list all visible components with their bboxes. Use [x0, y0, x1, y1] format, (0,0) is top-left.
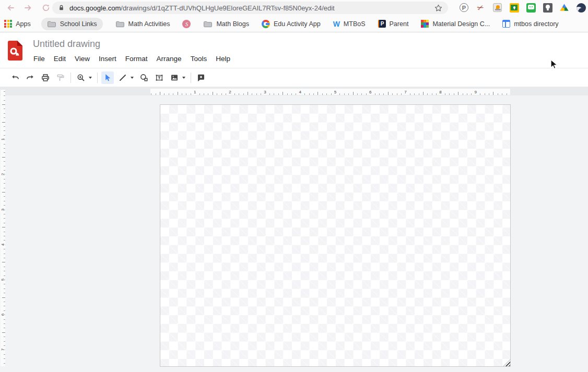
bookmark-label: Math Activities — [128, 20, 170, 28]
extensions-row: P ✂ — [459, 3, 586, 13]
scissors-extension-icon[interactable]: ✂ — [476, 3, 486, 13]
canvas-resize-handle[interactable] — [503, 359, 510, 366]
screen: docs.google.com/drawings/d/1qZTT-dUVhQLH… — [0, 0, 588, 372]
text-box-icon — [154, 73, 164, 83]
ruler-number: 1 — [1, 136, 5, 142]
url-path: /drawings/d/1qZTT-dUVhQLHgUe9EloreGEAIL7… — [121, 4, 334, 12]
bookmark-mtbos[interactable]: W MTBoS — [333, 20, 366, 28]
editor-area: 123456789 1234567 — [0, 87, 588, 372]
menu-help[interactable]: Help — [215, 54, 231, 64]
bookmark-mtbos-directory[interactable]: mtbos directory — [502, 20, 558, 28]
ruler-number: 7 — [1, 346, 5, 353]
menu-file[interactable]: File — [33, 54, 45, 64]
apps-grid-icon — [4, 20, 12, 28]
ruler-number: 8 — [438, 89, 442, 95]
toolbar-separator — [191, 73, 191, 83]
forward-button[interactable] — [21, 1, 36, 15]
line-tool-button[interactable] — [116, 71, 129, 84]
menu-edit[interactable]: Edit — [53, 54, 66, 64]
ruler-number: 4 — [298, 89, 302, 95]
chat-sticker-extension-icon[interactable] — [526, 3, 536, 13]
toolbar-separator — [70, 73, 71, 83]
add-comment-icon — [196, 73, 206, 83]
menu-tools[interactable]: Tools — [190, 54, 208, 64]
google-g-icon — [262, 20, 270, 28]
drive-extension-icon[interactable] — [559, 3, 569, 13]
menu-view[interactable]: View — [74, 54, 90, 64]
document-title[interactable]: Untitled drawing — [33, 39, 100, 50]
print-icon — [40, 73, 51, 83]
parent-favicon-icon: P — [378, 20, 386, 28]
palette-icon — [421, 20, 429, 28]
print-button[interactable] — [39, 71, 52, 84]
paint-format-button[interactable] — [54, 71, 67, 84]
line-icon — [117, 73, 128, 83]
shape-icon — [139, 73, 149, 83]
menu-arrange[interactable]: Arrange — [156, 54, 182, 64]
undo-icon — [10, 73, 20, 83]
add-comment-button[interactable] — [195, 71, 207, 84]
drawing-canvas[interactable] — [160, 104, 511, 367]
bookmark-edu-activity-app[interactable]: Edu Activity App — [262, 20, 321, 28]
ruler-number: 1 — [193, 89, 197, 95]
bookmark-label: School Links — [60, 20, 97, 28]
image-icon — [169, 73, 180, 83]
bookmark-folder-math-activities[interactable]: Math Activities — [115, 20, 170, 28]
paint-roller-icon — [55, 73, 66, 83]
classroom-extension-icon[interactable] — [509, 3, 519, 13]
menu-insert[interactable]: Insert — [98, 54, 117, 64]
bookmark-apps[interactable]: Apps — [4, 20, 31, 28]
reload-button[interactable] — [39, 1, 53, 15]
ruler-number: 5 — [1, 277, 5, 283]
toolbar-separator — [97, 73, 98, 83]
bell-tray-extension-icon[interactable] — [492, 3, 502, 13]
folder-icon — [203, 20, 213, 28]
zoom-button[interactable] — [75, 71, 87, 84]
undo-button[interactable] — [9, 71, 21, 84]
ruler-number: 6 — [368, 89, 372, 95]
ruler-number: 9 — [474, 89, 478, 95]
lock-icon — [57, 4, 65, 12]
pinterest-extension-icon[interactable]: P — [459, 3, 469, 13]
weebly-w-icon: W — [333, 20, 340, 28]
redo-icon — [25, 73, 36, 83]
bookmark-label: Edu Activity App — [274, 20, 321, 28]
lightbulb-extension-icon[interactable] — [543, 3, 552, 13]
bookmark-label: Material Design C... — [432, 20, 490, 28]
bookmark-material-design[interactable]: Material Design C... — [421, 20, 490, 28]
folder-icon — [47, 20, 56, 28]
bookmark-label: mtbos directory — [514, 20, 558, 28]
app-header: Untitled drawing File Edit View Insert F… — [0, 32, 588, 68]
ruler-number: 3 — [263, 89, 267, 95]
shape-tool-button[interactable] — [138, 71, 150, 84]
bookmark-parent[interactable]: P Parent — [378, 20, 409, 28]
bookmark-site-favicon[interactable]: S — [182, 20, 191, 28]
url-domain: docs.google.com — [69, 4, 121, 12]
menu-format[interactable]: Format — [125, 54, 148, 64]
forward-arrow-icon — [23, 3, 33, 13]
line-dropdown-caret[interactable] — [131, 77, 134, 79]
zoom-dropdown-caret[interactable] — [89, 77, 92, 79]
ruler-number: 3 — [1, 207, 5, 213]
bookmark-folder-math-blogs[interactable]: Math Blogs — [203, 20, 249, 28]
url-text: docs.google.com/drawings/d/1qZTT-dUVhQLH… — [69, 4, 335, 12]
vertical-ruler: 1234567 — [1, 90, 5, 366]
select-tool-button[interactable] — [101, 71, 114, 84]
select-arrow-icon — [102, 73, 113, 83]
zoom-icon — [76, 73, 86, 83]
ruler-number: 2 — [228, 89, 232, 95]
ruler-number: 5 — [333, 89, 337, 95]
image-dropdown-caret[interactable] — [182, 77, 185, 79]
omnibox[interactable]: docs.google.com/drawings/d/1qZTT-dUVhQLH… — [52, 2, 448, 14]
crescent-extension-icon[interactable] — [576, 3, 586, 13]
bookmark-folder-school-links[interactable]: School Links — [41, 18, 103, 30]
text-box-button[interactable] — [153, 71, 166, 84]
redo-button[interactable] — [24, 71, 37, 84]
bookmark-label: MTBoS — [344, 20, 366, 28]
back-button[interactable] — [3, 1, 18, 15]
ruler-number: 2 — [1, 171, 5, 177]
bookmark-star-icon[interactable] — [434, 4, 443, 13]
bookmark-label: Apps — [16, 20, 31, 28]
google-drawings-logo — [8, 41, 23, 61]
insert-image-button[interactable] — [168, 71, 181, 84]
